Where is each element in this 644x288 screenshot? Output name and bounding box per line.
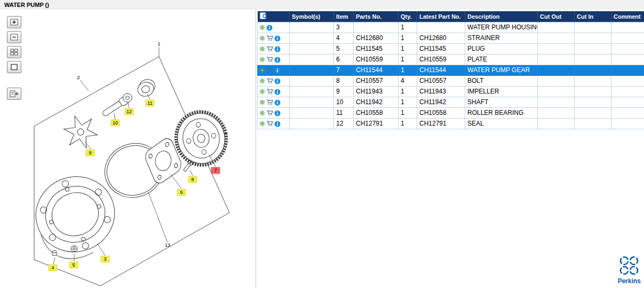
cell-cut-in <box>575 65 611 75</box>
callout-7[interactable]: 7 <box>211 167 220 174</box>
gear-icon[interactable] <box>259 57 265 63</box>
impeller-part[interactable] <box>61 114 100 150</box>
table-row[interactable]: 10CH119421CH11942SHAFT <box>258 97 644 107</box>
info-icon[interactable] <box>274 99 281 106</box>
cell-cut-out <box>538 22 575 33</box>
gear-icon[interactable] <box>259 67 265 73</box>
column-header-item[interactable]: Item <box>334 11 354 22</box>
table-row[interactable]: 7CH115441CH11544WATER PUMP GEAR <box>258 65 644 75</box>
info-icon[interactable] <box>266 25 273 31</box>
svg-text:7: 7 <box>214 168 217 173</box>
cart-icon[interactable] <box>266 110 273 116</box>
cell-description: PLUG <box>465 43 538 54</box>
cell-comment <box>611 22 644 33</box>
cart-icon[interactable] <box>266 57 273 63</box>
callout-9[interactable]: 9 <box>86 150 94 156</box>
cell-comment <box>611 33 644 43</box>
table-row[interactable]: 9CH119431CH11943IMPELLER <box>258 86 644 97</box>
fit-page-icon <box>10 64 18 71</box>
gear-icon[interactable] <box>259 78 265 84</box>
zoom-out-button[interactable] <box>7 31 21 43</box>
info-icon[interactable] <box>274 57 281 63</box>
perkins-logo-mark <box>618 255 640 276</box>
cart-icon[interactable] <box>266 99 273 105</box>
fit-page-button[interactable] <box>7 61 21 73</box>
plug-part[interactable] <box>52 251 57 255</box>
cell-description: PLATE <box>465 54 538 65</box>
callout-2[interactable]: 2 <box>77 75 79 80</box>
column-header-cut-in[interactable]: Cut In <box>575 11 611 22</box>
table-row[interactable]: 6CH105591CH10559PLATE <box>258 54 644 65</box>
cell-cut-in <box>575 33 611 43</box>
column-header-latest-part-no[interactable]: Latest Part No. <box>417 11 465 22</box>
table-row[interactable]: 11CH105581CH10558ROLLER BEARING <box>258 107 644 118</box>
info-icon[interactable] <box>274 121 281 127</box>
callout-11[interactable]: 11 <box>146 100 154 106</box>
housing-part[interactable] <box>26 167 126 267</box>
column-header-symbols[interactable]: Symbol(s) <box>290 11 334 22</box>
column-header-cut-out[interactable]: Cut Out <box>538 11 575 22</box>
cell-comment <box>611 107 644 118</box>
info-icon[interactable] <box>274 110 281 116</box>
table-header-row: Symbol(s) Item Parts No. Qty. Latest Par… <box>258 11 644 22</box>
info-icon[interactable] <box>274 67 281 74</box>
gear-icon[interactable] <box>259 35 265 41</box>
info-icon[interactable] <box>274 46 281 52</box>
table-row[interactable]: 5CH115451CH11545PLUG <box>258 43 644 54</box>
column-header-description[interactable]: Description <box>465 11 538 22</box>
cell-cut-out <box>538 33 575 43</box>
cell-cut-out <box>538 107 575 118</box>
callout-5[interactable]: 5 <box>69 262 78 268</box>
cell-symbols <box>290 86 334 97</box>
cart-icon[interactable] <box>266 35 273 41</box>
cart-icon[interactable] <box>266 67 273 73</box>
info-icon[interactable] <box>274 35 281 42</box>
zoom-window-button[interactable] <box>7 46 21 58</box>
cell-cut-in <box>575 107 611 118</box>
svg-text:13: 13 <box>165 243 170 248</box>
cell-symbols <box>290 33 334 43</box>
nut-part[interactable] <box>71 246 77 252</box>
gear-icon[interactable] <box>259 89 265 95</box>
cart-icon[interactable] <box>266 121 273 127</box>
cart-icon[interactable] <box>266 46 273 52</box>
zoom-in-button[interactable] <box>7 16 21 28</box>
cell-description: WATER PUMP HOUSING <box>465 22 538 33</box>
callout-6[interactable]: 6 <box>177 189 186 196</box>
table-row[interactable]: 12CH127911CH12791SEAL <box>258 118 644 129</box>
callout-4[interactable]: 4 <box>49 264 57 271</box>
gear-icon[interactable] <box>259 99 265 105</box>
column-header-actions[interactable] <box>258 11 290 22</box>
callout-10[interactable]: 10 <box>111 120 120 126</box>
washer-part[interactable] <box>123 94 132 102</box>
table-row[interactable]: 8CH105574CH10557BOLT <box>258 75 644 86</box>
callout-13[interactable]: 13 <box>165 243 170 248</box>
gear-icon[interactable] <box>259 46 265 52</box>
bearing-part[interactable] <box>135 77 157 98</box>
cell-qty: 1 <box>399 97 417 107</box>
cell-symbols <box>290 118 334 129</box>
info-icon[interactable] <box>274 89 281 95</box>
cell-comment <box>611 75 644 86</box>
gear-icon[interactable] <box>259 25 265 30</box>
callout-12[interactable]: 12 <box>125 108 133 115</box>
table-row[interactable]: 31WATER PUMP HOUSING <box>258 22 644 33</box>
column-header-qty[interactable]: Qty. <box>399 11 417 22</box>
export-button[interactable] <box>7 88 21 100</box>
gear-icon[interactable] <box>259 110 265 116</box>
cell-qty: 4 <box>399 75 417 86</box>
column-header-comment[interactable]: Comment <box>611 11 644 22</box>
cell-qty: 1 <box>399 118 417 129</box>
column-header-parts-no[interactable]: Parts No. <box>354 11 399 22</box>
row-actions-cell <box>258 118 290 129</box>
callout-1[interactable]: 1 <box>157 41 160 46</box>
callout-8[interactable]: 8 <box>188 176 197 183</box>
cart-icon[interactable] <box>266 78 273 84</box>
svg-text:4: 4 <box>51 265 54 270</box>
plate-part[interactable] <box>144 136 184 186</box>
gear-icon[interactable] <box>259 121 265 127</box>
cart-icon[interactable] <box>266 89 273 95</box>
table-row[interactable]: 4CH126801CH12680STRAINER <box>258 33 644 43</box>
info-icon[interactable] <box>274 78 281 84</box>
callout-3[interactable]: 3 <box>101 256 109 262</box>
